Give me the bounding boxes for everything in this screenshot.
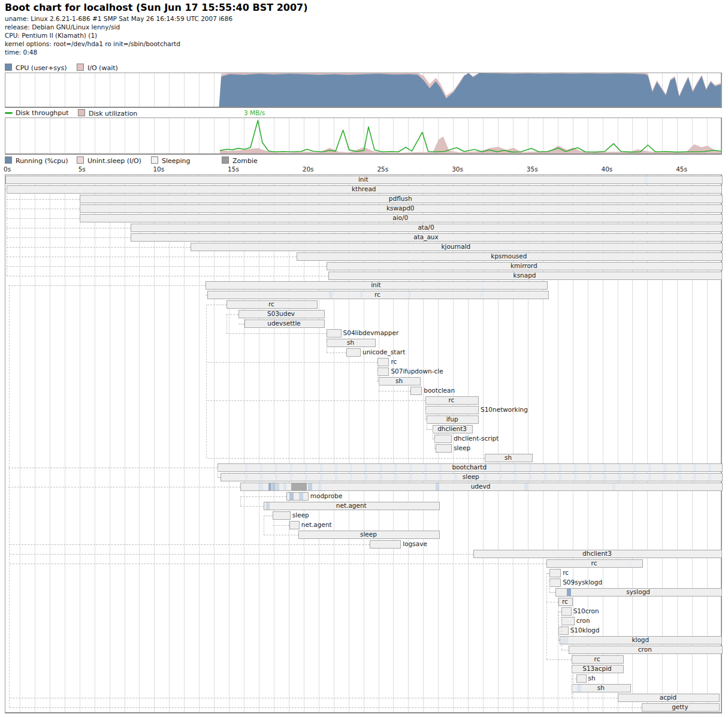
legend-label: Zombie [232, 157, 258, 165]
process-row: init [5, 175, 721, 185]
color-swatch-icon [5, 156, 12, 164]
process-row: kswapd0 [5, 204, 721, 213]
release-line: release: Debian GNU/Linux lenny/sid [5, 23, 120, 31]
process-label: S13acpid [572, 665, 623, 673]
cpu-line: CPU: Pentium II (Klamath) (1) [5, 32, 97, 39]
parent-link-vline [240, 496, 241, 506]
process-label: acpid [618, 694, 718, 702]
parent-link-line [7, 209, 80, 209]
parent-link-vline [226, 314, 227, 333]
parent-link-vline [549, 583, 550, 592]
parent-link-line [207, 400, 425, 401]
axis-tick-label: 0s [4, 165, 11, 173]
parent-link-line [273, 525, 289, 526]
process-row: modprobe [5, 492, 721, 501]
process-label: ifup [427, 415, 478, 424]
parent-link-line [379, 391, 410, 391]
process-label: kjournald [191, 243, 721, 251]
legend-item: Unint.sleep (I/O) [77, 156, 141, 165]
parent-link-vline [218, 468, 218, 477]
process-label: kswapd0 [80, 204, 721, 213]
parent-link-line [7, 266, 327, 267]
process-bar [327, 329, 341, 338]
process-row: S10networking [5, 405, 721, 415]
process-label: modprobe [310, 492, 343, 501]
process-row: cron [5, 616, 721, 626]
process-bar [410, 387, 422, 395]
parent-link-line [561, 650, 569, 650]
process-label: sh [572, 684, 630, 692]
process-label: syslogd [555, 588, 721, 597]
process-label: S04libdevmapper [343, 329, 399, 338]
process-label: rc [207, 291, 548, 299]
page-title: Boot chart for localhost (Sun Jun 17 15:… [5, 2, 308, 13]
color-swatch-icon [222, 156, 229, 164]
process-label: ata_aux [131, 233, 721, 242]
parent-link-line [264, 516, 273, 516]
parent-link-line [427, 429, 433, 430]
parent-link-line [240, 496, 286, 497]
process-row: rc [5, 357, 721, 367]
parent-link-vline [379, 381, 379, 391]
process-label: kmirrord [327, 262, 721, 270]
parent-link-vline [327, 343, 327, 353]
legend-item: Disk utilization [78, 109, 137, 118]
process-row: ata/0 [5, 223, 721, 233]
process-row: S07ifupdown-cle [5, 367, 721, 376]
process-row: S09sysklogd [5, 578, 721, 588]
process-row: acpid [5, 693, 721, 703]
parent-link-line [10, 707, 642, 708]
cpu-usage-chart [5, 73, 722, 108]
process-label: klogd [560, 636, 721, 644]
process-bar [377, 358, 389, 366]
process-row: kmirrord [5, 261, 721, 271]
process-label: udevsettle [244, 320, 324, 328]
legend-item: Disk throughput [5, 109, 69, 117]
parent-link-vline [558, 611, 559, 640]
parent-link-line [572, 679, 576, 679]
process-label: dhclient3 [473, 550, 721, 558]
bootchart-page: Boot chart for localhost (Sun Jun 17 15:… [0, 0, 728, 717]
parent-link-line [226, 333, 327, 334]
parent-link-line [7, 237, 131, 238]
process-label: sleep [454, 444, 470, 453]
process-bar [434, 435, 452, 443]
process-label: S07ifupdown-cle [391, 367, 443, 376]
color-swatch-icon [151, 156, 158, 164]
process-row: bootchartd [5, 463, 721, 472]
process-row: sh [5, 674, 721, 683]
process-row: S03udev [5, 309, 721, 319]
process-label: getty [642, 703, 718, 712]
process-label: ata/0 [131, 224, 721, 232]
process-label: init [5, 176, 721, 184]
parent-link-vline [427, 420, 427, 429]
parent-link-line [10, 564, 546, 564]
process-label: unicode_start [363, 348, 405, 357]
process-label: rc [572, 655, 623, 664]
process-bar [289, 521, 300, 529]
process-label: kthread [7, 185, 721, 194]
process-bar [561, 607, 572, 616]
legend-label: CPU (user+sys) [16, 64, 67, 72]
process-label: S09sysklogd [563, 579, 602, 587]
color-swatch-icon [77, 156, 84, 164]
parent-link-vline [433, 429, 433, 439]
process-label: rc [546, 559, 642, 568]
process-label: init [206, 281, 546, 290]
process-row: sleep [5, 511, 721, 520]
process-label: pdflush [80, 195, 721, 203]
parent-link-vline [206, 305, 207, 458]
parent-link-vline [377, 372, 378, 381]
parent-link-line [264, 535, 298, 535]
process-bar [377, 367, 389, 376]
process-bar [425, 406, 479, 414]
process-label: cron [569, 646, 721, 654]
legend-item: Running (%cpu) [5, 156, 68, 165]
process-label: rc [425, 396, 478, 405]
process-bar [273, 511, 290, 520]
process-row: S10cron [5, 607, 721, 616]
legend-item: I/O (wait) [77, 64, 118, 72]
process-label: S10klogd [570, 626, 600, 635]
process-row: bootclean [5, 386, 721, 396]
process-row: sleep [5, 472, 721, 482]
